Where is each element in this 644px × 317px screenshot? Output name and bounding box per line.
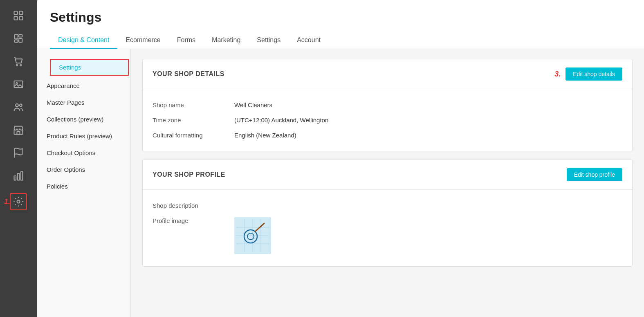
svg-rect-5 — [19, 35, 22, 37]
nav-item-master-pages[interactable]: Master Pages — [37, 94, 130, 111]
shop-profile-body: Shop description Profile image — [143, 190, 632, 266]
store-icon — [13, 124, 24, 136]
sidebar-item-analytics[interactable] — [0, 164, 37, 187]
field-label-timezone: Time zone — [153, 117, 234, 124]
body: 2. Settings Appearance Master Pages Coll… — [37, 49, 644, 317]
field-row-shop-name: Shop name Well Cleaners — [153, 97, 622, 112]
svg-point-12 — [16, 104, 18, 107]
svg-point-22 — [17, 200, 20, 203]
sidebar-item-dashboard[interactable] — [0, 4, 37, 27]
sidebar-item-products[interactable] — [0, 27, 37, 50]
nav-item-policies[interactable]: Policies — [37, 178, 130, 195]
nav-settings-wrapper: 2. Settings — [37, 57, 130, 77]
left-nav: 2. Settings Appearance Master Pages Coll… — [37, 49, 131, 317]
field-label-cultural: Cultural formatting — [153, 132, 234, 139]
svg-rect-1 — [19, 11, 22, 15]
package-icon — [13, 33, 24, 44]
profile-image-preview — [234, 217, 271, 254]
badge-1: 1. — [4, 198, 10, 206]
sidebar-item-gallery[interactable] — [0, 73, 37, 96]
tab-forms[interactable]: Forms — [169, 32, 204, 49]
field-row-profile-image: Profile image — [153, 213, 622, 258]
svg-point-9 — [20, 65, 22, 66]
badge-3: 3. — [554, 70, 561, 79]
field-label-shop-name: Shop name — [153, 101, 234, 108]
users-icon — [13, 101, 24, 113]
sidebar: 1. — [0, 0, 37, 317]
svg-rect-3 — [19, 16, 22, 20]
shop-profile-card: YOUR SHOP PROFILE Edit shop profile Shop… — [142, 160, 633, 267]
tab-design-content[interactable]: Design & Content — [50, 32, 117, 49]
field-value-cultural: English (New Zealand) — [234, 132, 296, 139]
profile-image-svg — [236, 219, 269, 252]
svg-rect-20 — [18, 173, 20, 180]
field-row-cultural: Cultural formatting English (New Zealand… — [153, 128, 622, 143]
svg-rect-2 — [14, 16, 18, 20]
svg-point-11 — [16, 83, 18, 84]
shop-details-header: YOUR SHOP DETAILS 3. Edit shop details — [143, 59, 632, 89]
nav-item-product-rules[interactable]: Product Rules (preview) — [37, 128, 130, 144]
svg-point-13 — [20, 104, 22, 106]
field-value-timezone: (UTC+12:00) Auckland, Wellington — [234, 117, 328, 124]
shop-details-body: Shop name Well Cleaners Time zone (UTC+1… — [143, 89, 632, 151]
field-label-profile-image: Profile image — [153, 217, 234, 224]
shop-details-card: YOUR SHOP DETAILS 3. Edit shop details S… — [142, 59, 633, 151]
grid-icon — [13, 10, 24, 21]
tab-bar: Design & Content Ecommerce Forms Marketi… — [50, 32, 631, 49]
marketing-icon — [13, 147, 24, 159]
svg-rect-19 — [14, 176, 16, 180]
field-label-description: Shop description — [153, 202, 234, 209]
field-row-description: Shop description — [153, 198, 622, 213]
svg-rect-21 — [21, 172, 23, 180]
edit-shop-details-button[interactable]: Edit shop details — [565, 67, 622, 81]
main-area: Settings Design & Content Ecommerce Form… — [37, 0, 644, 317]
settings-icon — [13, 196, 24, 207]
nav-item-appearance[interactable]: Appearance — [37, 77, 130, 94]
nav-item-order-options[interactable]: Order Options — [37, 161, 130, 178]
shop-profile-header: YOUR SHOP PROFILE Edit shop profile — [143, 160, 632, 190]
tab-settings[interactable]: Settings — [249, 32, 289, 49]
sidebar-item-cart[interactable] — [0, 50, 37, 73]
svg-rect-7 — [15, 40, 18, 43]
tab-account[interactable]: Account — [289, 32, 329, 49]
cart-icon — [13, 56, 24, 67]
svg-rect-6 — [19, 38, 22, 42]
page-title: Settings — [50, 10, 631, 25]
header: Settings Design & Content Ecommerce Form… — [37, 0, 644, 49]
svg-rect-4 — [15, 35, 18, 39]
svg-point-8 — [16, 65, 18, 66]
nav-item-checkout-options[interactable]: Checkout Options — [37, 144, 130, 161]
tab-ecommerce[interactable]: Ecommerce — [117, 32, 168, 49]
sidebar-item-contacts[interactable] — [0, 96, 37, 119]
tab-marketing[interactable]: Marketing — [204, 32, 249, 49]
field-value-shop-name: Well Cleaners — [234, 101, 272, 108]
shop-profile-title: YOUR SHOP PROFILE — [153, 171, 225, 178]
svg-rect-0 — [14, 11, 18, 15]
image-icon — [13, 79, 24, 90]
field-row-timezone: Time zone (UTC+12:00) Auckland, Wellingt… — [153, 112, 622, 128]
edit-shop-profile-button[interactable]: Edit shop profile — [567, 168, 622, 181]
content-area: YOUR SHOP DETAILS 3. Edit shop details S… — [131, 49, 644, 317]
sidebar-item-settings[interactable]: 1. — [0, 187, 37, 216]
sidebar-item-store[interactable] — [0, 119, 37, 142]
nav-item-settings[interactable]: Settings — [50, 59, 129, 76]
shop-details-title: YOUR SHOP DETAILS — [153, 70, 224, 78]
analytics-icon — [13, 170, 24, 182]
sidebar-item-marketing[interactable] — [0, 142, 37, 164]
nav-item-collections[interactable]: Collections (preview) — [37, 111, 130, 128]
settings-icon-box — [10, 193, 27, 210]
